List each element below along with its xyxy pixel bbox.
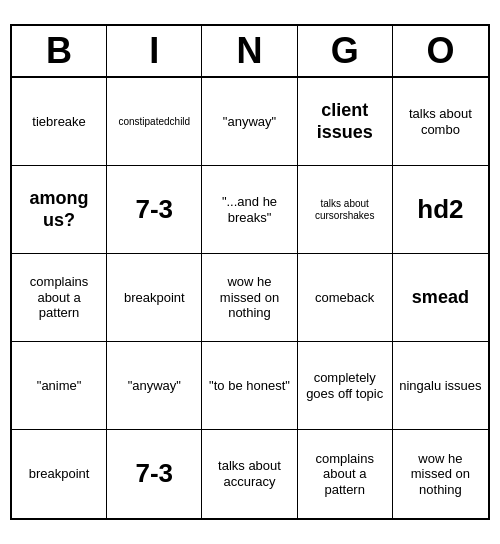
bingo-letter-b: B (12, 26, 107, 76)
bingo-cell-23: complains about a pattern (298, 430, 393, 518)
bingo-cell-14: smead (393, 254, 488, 342)
bingo-letter-n: N (202, 26, 297, 76)
bingo-grid: tiebreakeconstipatedchild"anyway"client … (12, 78, 488, 518)
bingo-cell-9: hd2 (393, 166, 488, 254)
bingo-cell-19: ningalu issues (393, 342, 488, 430)
bingo-cell-11: breakpoint (107, 254, 202, 342)
bingo-cell-12: wow he missed on nothing (202, 254, 297, 342)
bingo-cell-3: client issues (298, 78, 393, 166)
bingo-cell-2: "anyway" (202, 78, 297, 166)
bingo-cell-24: wow he missed on nothing (393, 430, 488, 518)
bingo-cell-18: completely goes off topic (298, 342, 393, 430)
bingo-cell-16: "anyway" (107, 342, 202, 430)
bingo-cell-0: tiebreake (12, 78, 107, 166)
bingo-cell-21: 7-3 (107, 430, 202, 518)
bingo-letter-o: O (393, 26, 488, 76)
bingo-card: BINGO tiebreakeconstipatedchild"anyway"c… (10, 24, 490, 520)
bingo-cell-4: talks about combo (393, 78, 488, 166)
bingo-cell-20: breakpoint (12, 430, 107, 518)
bingo-cell-6: 7-3 (107, 166, 202, 254)
bingo-cell-10: complains about a pattern (12, 254, 107, 342)
bingo-cell-22: talks about accuracy (202, 430, 297, 518)
bingo-cell-5: among us? (12, 166, 107, 254)
bingo-cell-8: talks about cursorshakes (298, 166, 393, 254)
bingo-cell-17: "to be honest" (202, 342, 297, 430)
bingo-cell-15: "anime" (12, 342, 107, 430)
bingo-cell-7: "...and he breaks" (202, 166, 297, 254)
bingo-letter-i: I (107, 26, 202, 76)
bingo-letter-g: G (298, 26, 393, 76)
bingo-cell-13: comeback (298, 254, 393, 342)
bingo-cell-1: constipatedchild (107, 78, 202, 166)
bingo-header: BINGO (12, 26, 488, 78)
